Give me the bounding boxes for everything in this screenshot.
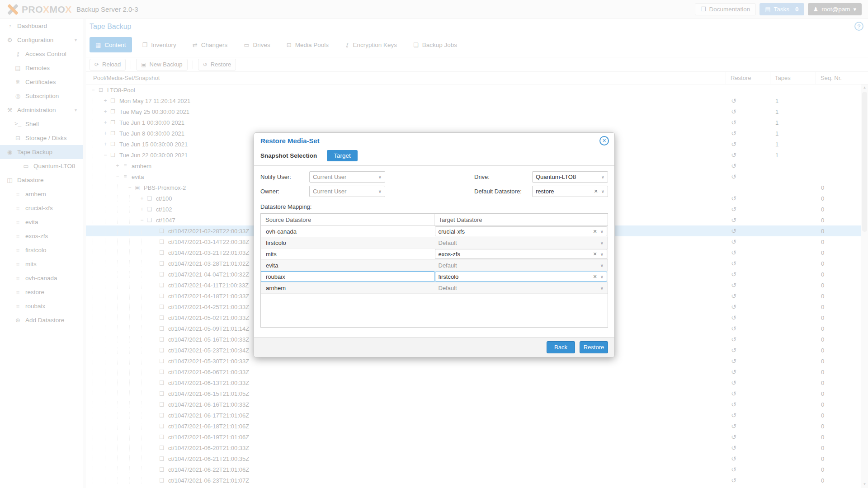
target-datastore-combobox[interactable]: Default∨ [435, 238, 608, 248]
target-datastore-combobox[interactable]: Default∨ [435, 260, 608, 270]
source-datastore-cell[interactable]: evita [261, 260, 434, 271]
default-datastore-label: Default Datastore: [474, 188, 532, 195]
combobox-value: Default [439, 285, 600, 291]
combobox-value: crucial-xfs [439, 228, 590, 235]
restore-media-set-dialog: Restore Media-Set ✕ Snapshot SelectionTa… [254, 132, 615, 357]
clear-icon[interactable]: ✕ [594, 188, 598, 194]
chevron-down-icon[interactable]: ∨ [378, 189, 382, 194]
owner-label: Owner: [260, 188, 309, 195]
target-datastore-cell: firstcolo✕∨ [434, 271, 608, 282]
datastore-mapping-label: Datastore Mapping: [260, 203, 608, 210]
clear-icon[interactable]: ✕ [593, 274, 597, 280]
target-datastore-cell: Default∨ [434, 282, 608, 293]
target-datastore-combobox[interactable]: firstcolo✕∨ [435, 272, 608, 282]
chevron-down-icon[interactable]: ∨ [601, 189, 604, 194]
mapping-row: mitsexos-zfs✕∨ [261, 249, 608, 260]
mapping-row: arnhemDefault∨ [261, 282, 608, 294]
chevron-down-icon[interactable]: ∨ [378, 174, 382, 179]
combobox-value: exos-zfs [439, 251, 590, 258]
chevron-down-icon[interactable]: ∨ [600, 263, 604, 268]
target-datastore-cell: exos-zfs✕∨ [434, 249, 608, 259]
drive-combobox[interactable]: Quantum-LTO8 ∨ [532, 171, 608, 183]
chevron-down-icon[interactable]: ∨ [600, 240, 604, 245]
source-datastore-cell[interactable]: firstcolo [261, 237, 434, 248]
mapping-row: evitaDefault∨ [261, 260, 608, 271]
chevron-down-icon[interactable]: ∨ [601, 174, 604, 179]
column-header-target-datastore[interactable]: Target Datastore [434, 214, 608, 225]
notify-user-label: Notify User: [260, 174, 309, 180]
restore-button[interactable]: Restore [580, 341, 608, 353]
combobox-value: firstcolo [439, 273, 590, 280]
target-datastore-cell: Default∨ [434, 237, 608, 248]
mapping-row: roubaixfirstcolo✕∨ [261, 271, 608, 282]
mapping-row: firstcoloDefault∨ [261, 237, 608, 249]
combobox-value: Default [439, 239, 600, 246]
column-header-source-datastore[interactable]: Source Datastore [261, 214, 434, 225]
clear-icon[interactable]: ✕ [593, 251, 597, 257]
default-datastore-combobox[interactable]: restore ✕ ∨ [532, 186, 608, 197]
notify-user-combobox[interactable]: Current User ∨ [309, 171, 385, 183]
chevron-down-icon[interactable]: ∨ [600, 274, 604, 279]
datastore-mapping-grid: Source Datastore Target Datastore ovh-ca… [260, 213, 608, 328]
target-datastore-combobox[interactable]: crucial-xfs✕∨ [435, 226, 608, 236]
back-button[interactable]: Back [547, 341, 575, 353]
chevron-down-icon[interactable]: ∨ [600, 229, 604, 234]
dialog-tab-snapshot-selection[interactable]: Snapshot Selection [260, 150, 317, 161]
owner-combobox[interactable]: Current User ∨ [309, 186, 385, 197]
target-datastore-combobox[interactable]: Default∨ [435, 283, 608, 293]
target-datastore-cell: Default∨ [434, 260, 608, 271]
source-datastore-cell[interactable]: mits [261, 249, 434, 259]
clear-icon[interactable]: ✕ [593, 229, 597, 235]
mapping-row: ovh-canadacrucial-xfs✕∨ [261, 226, 608, 237]
source-datastore-cell[interactable]: ovh-canada [261, 226, 434, 237]
target-datastore-combobox[interactable]: exos-zfs✕∨ [435, 249, 608, 259]
close-icon[interactable]: ✕ [599, 136, 609, 145]
drive-label: Drive: [474, 174, 532, 180]
dialog-title: Restore Media-Set [260, 137, 320, 145]
source-datastore-cell[interactable]: arnhem [261, 282, 434, 293]
chevron-down-icon[interactable]: ∨ [600, 252, 604, 257]
dialog-tab-target[interactable]: Target [327, 150, 358, 161]
source-datastore-cell[interactable]: roubaix [261, 271, 434, 282]
combobox-value: Default [439, 262, 600, 269]
chevron-down-icon[interactable]: ∨ [600, 286, 604, 291]
dialog-tab-bar: Snapshot SelectionTarget [254, 148, 614, 165]
target-datastore-cell: crucial-xfs✕∨ [434, 226, 608, 237]
